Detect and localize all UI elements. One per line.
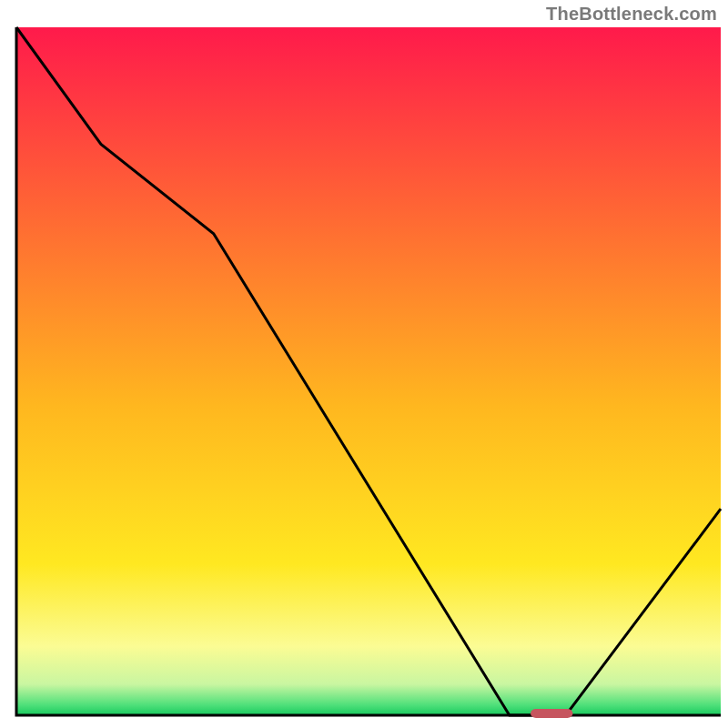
chart-frame: TheBottleneck.com	[0, 0, 728, 728]
optimal-point-marker	[531, 709, 572, 718]
plot-background-gradient	[16, 27, 721, 715]
bottleneck-chart	[0, 0, 728, 728]
